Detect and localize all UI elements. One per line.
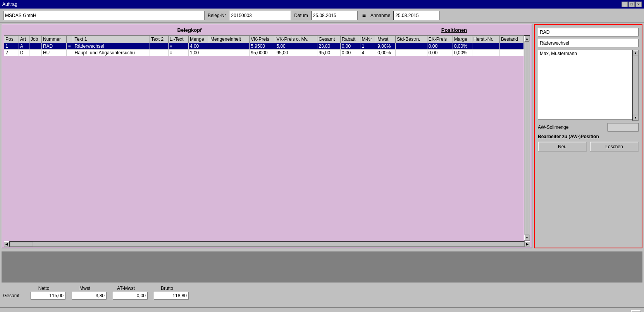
- aw-sollmenge-field[interactable]: [608, 123, 639, 132]
- bottom-toolbar: EK-Preis ▼ ⬇ ⬆ 🖼 Neu↓ Neu⊕ Löschen Impor…: [0, 307, 644, 312]
- positionen-header: Positionen: [377, 25, 532, 35]
- window-controls[interactable]: _ □ ✕: [622, 2, 642, 7]
- table-cell: HU: [41, 50, 66, 56]
- close-x-btn[interactable]: ✕: [631, 310, 641, 312]
- at-mwst-field[interactable]: [113, 292, 148, 300]
- table-cell: Haupt- und Abgasuntersuchu: [73, 50, 150, 56]
- col-gesamt: Gesamt: [317, 36, 341, 43]
- datum-field[interactable]: 25.08.2015: [311, 11, 358, 20]
- table-cell: 23,80: [317, 43, 341, 50]
- table-cell: 95,00: [275, 50, 317, 56]
- bearbeiter-label: Bearbeiter zu (AW-)Position: [538, 134, 639, 139]
- col-mnr: M-Nr: [360, 36, 376, 43]
- table-cell: 0,00%: [453, 50, 472, 56]
- table-cell: 4: [360, 50, 376, 56]
- hscroll-thumb[interactable]: [10, 242, 33, 246]
- close-button[interactable]: ✕: [635, 2, 642, 7]
- table-cell: 0,00: [427, 50, 453, 56]
- annahme-label: Annahme: [370, 13, 390, 18]
- textarea-scroll-down[interactable]: ▼: [633, 115, 638, 120]
- pos-textarea-container: Max, Mustermann ▲ ▼: [538, 50, 639, 121]
- pos-loschen-button[interactable]: Löschen: [590, 142, 639, 152]
- table-cell: 0,00%: [453, 43, 472, 50]
- col-job: Job: [29, 36, 41, 43]
- table-cell: ≡: [168, 43, 188, 50]
- company-field[interactable]: MSDAS GmbH: [3, 11, 205, 20]
- table-cell: [499, 43, 523, 50]
- col-icon: [67, 36, 73, 43]
- table-cell: 5,00: [275, 43, 317, 50]
- belegkopf-header: Belegkopf: [2, 25, 377, 35]
- gray-spacer: [2, 251, 642, 283]
- col-menge: Menge: [188, 36, 209, 43]
- table-cell: ≡: [168, 50, 188, 56]
- hscroll-left-btn[interactable]: ◄: [4, 241, 9, 247]
- pos-text-field[interactable]: [538, 39, 639, 47]
- hscroll-right-btn[interactable]: ►: [525, 241, 530, 247]
- textarea-vscroll[interactable]: ▲ ▼: [632, 50, 639, 121]
- table-row[interactable]: 2DHUHaupt- und Abgasuntersuchu≡1,0095,00…: [4, 50, 524, 56]
- textarea-scroll-up[interactable]: ▲: [633, 50, 638, 55]
- col-pos: Pos.: [4, 36, 19, 43]
- annahme-value: 25.08.2015: [395, 13, 418, 18]
- col-vkpreis: VK-Preis: [250, 36, 275, 43]
- table-cell: [150, 43, 168, 50]
- section-headers: Belegkopf Positionen: [2, 25, 532, 35]
- table-cell: [209, 50, 250, 56]
- table-cell: 2: [4, 50, 19, 56]
- brutto-col-label: Brutto: [150, 286, 184, 291]
- datum-label: Datum: [294, 13, 308, 18]
- menu-icon[interactable]: ≡: [362, 12, 366, 19]
- hscroll-track[interactable]: [9, 241, 525, 247]
- header-row: MSDAS GmbH Beleg-Nr 20150003 Datum 25.08…: [0, 9, 644, 23]
- beleg-nr-field[interactable]: 20150003: [229, 11, 291, 20]
- pos-neu-button[interactable]: Neu: [538, 142, 587, 152]
- table-cell: 5,9500: [250, 43, 275, 50]
- pos-details-textarea[interactable]: Max, Mustermann: [538, 50, 639, 120]
- maximize-button[interactable]: □: [629, 2, 635, 7]
- company-value: MSDAS GmbH: [5, 13, 36, 18]
- main-area: Belegkopf Positionen Pos. Art Job Nummer…: [0, 23, 644, 250]
- table-header-row: Pos. Art Job Nummer Text 1 Text 2 L.-Tex…: [4, 36, 524, 43]
- aw-sollmenge-label: AW-Sollmenge: [538, 125, 568, 130]
- brutto-field[interactable]: [154, 292, 189, 300]
- gesamt-label: Gesamt: [3, 293, 24, 298]
- mwst-field[interactable]: [72, 292, 107, 300]
- table-cell: [472, 43, 499, 50]
- table-scroll[interactable]: Pos. Art Job Nummer Text 1 Text 2 L.-Tex…: [4, 35, 524, 241]
- netto-field[interactable]: [31, 292, 65, 300]
- minimize-button[interactable]: _: [622, 2, 628, 7]
- col-mengeneinheit: Mengeneinheit: [209, 36, 250, 43]
- table-cell: 0,00: [340, 43, 360, 50]
- radio-row-1: ETs oben AWs oben ✕: [572, 310, 641, 312]
- at-mwst-col-label: AT-Mwst: [108, 286, 143, 291]
- table-cell: [396, 43, 427, 50]
- col-marge: Marge: [453, 36, 472, 43]
- table-panel: Belegkopf Positionen Pos. Art Job Nummer…: [2, 24, 532, 248]
- col-text1: Text 1: [73, 36, 150, 43]
- pos-action-buttons: Neu Löschen: [538, 142, 639, 152]
- col-stdbestrn: Std-Bestrn.: [396, 36, 427, 43]
- col-vkpreis-omv: VK-Preis o. Mv.: [275, 36, 317, 43]
- table-cell: 9,00%: [376, 43, 396, 50]
- table-vscrollbar[interactable]: ▲ ▼: [524, 35, 530, 241]
- col-ltext: L.-Text: [168, 36, 188, 43]
- table-cell: 1: [360, 43, 376, 50]
- table-cell: 1,00: [188, 50, 209, 56]
- col-rabatt: Rabatt: [340, 36, 360, 43]
- table-cell: [29, 43, 41, 50]
- radio-options: ETs oben AWs oben ✕ ohne Mwst. incl. Mws…: [572, 310, 641, 312]
- vscroll-up-btn[interactable]: ▲: [524, 36, 530, 41]
- vscroll-down-btn[interactable]: ▼: [524, 235, 530, 240]
- totals-values-row: Gesamt: [3, 292, 641, 300]
- table-cell: [396, 50, 427, 56]
- col-herstnr: Herst.-Nr.: [472, 36, 499, 43]
- table-row[interactable]: 1ARAD≡Räderwechsel≡4,005,95005,0023,800,…: [4, 43, 524, 50]
- pos-nummer-field[interactable]: [538, 28, 639, 36]
- annahme-field[interactable]: 25.08.2015: [393, 11, 440, 20]
- table-cell: [209, 43, 250, 50]
- datum-value: 25.08.2015: [313, 13, 336, 18]
- beleg-nr-label: Beleg-Nr: [208, 13, 226, 18]
- table-cell: 95,00: [317, 50, 341, 56]
- table-cell: 0,00: [427, 43, 453, 50]
